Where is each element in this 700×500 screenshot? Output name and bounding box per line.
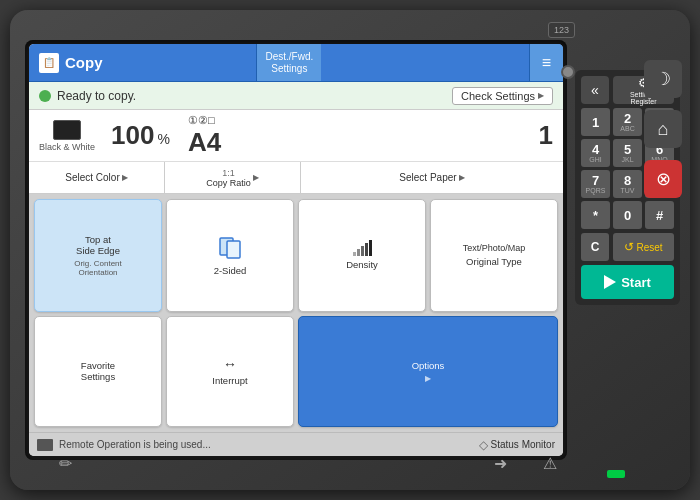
start-icon — [604, 275, 616, 289]
2sided-button[interactable]: 2-Sided — [166, 199, 294, 312]
copy-icon: 📋 — [39, 53, 59, 73]
status-text: Ready to copy. — [57, 89, 446, 103]
stop-button[interactable]: ⊗ — [644, 160, 682, 198]
menu-button[interactable]: ≡ — [529, 44, 563, 81]
key-0[interactable]: 0 — [613, 201, 642, 229]
header-bar: 📋 Copy Dest./Fwd. Settings ≡ — [29, 44, 563, 82]
key-4[interactable]: 4GHI — [581, 139, 610, 167]
device-side-buttons: ☽ ⌂ ⊗ — [644, 60, 682, 198]
action-row: C ↺ Reset — [581, 233, 674, 261]
home-button[interactable]: ⌂ — [644, 110, 682, 148]
function-grid: Top atSide Edge Orig. ContentOrientation… — [29, 194, 563, 432]
moon-button[interactable]: ☽ — [644, 60, 682, 98]
density-button[interactable]: Density — [298, 199, 426, 312]
forward-icon[interactable]: ➜ — [485, 448, 515, 478]
key-1[interactable]: 1 — [581, 108, 610, 136]
copy-ratio-button[interactable]: 1:1 Copy Ratio ▶ — [165, 162, 301, 193]
paper-size-display: A4 — [188, 127, 221, 158]
screen-container: 📋 Copy Dest./Fwd. Settings ≡ Ready to co… — [25, 40, 567, 460]
quick-settings-row: Select Color ▶ 1:1 Copy Ratio ▶ Select P… — [29, 162, 563, 194]
header-left: 📋 Copy — [29, 44, 256, 81]
display-row: Black & White 100 % ①②□ A4 1 — [29, 110, 563, 162]
favorite-settings-button[interactable]: FavoriteSettings — [34, 316, 162, 427]
copy-ratio-display: 100 — [111, 120, 154, 151]
bw-icon — [53, 120, 81, 140]
key-5[interactable]: 5JKL — [613, 139, 642, 167]
status-dot — [39, 90, 51, 102]
copy-title: Copy — [65, 54, 103, 71]
start-button[interactable]: Start — [581, 265, 674, 299]
orig-content-orientation-button[interactable]: Top atSide Edge Orig. ContentOrientation — [34, 199, 162, 312]
screen: 📋 Copy Dest./Fwd. Settings ≡ Ready to co… — [29, 44, 563, 456]
select-color-button[interactable]: Select Color ▶ — [29, 162, 165, 193]
key-8[interactable]: 8TUV — [613, 170, 642, 198]
interrupt-button[interactable]: ↔ Interrupt — [166, 316, 294, 427]
dest-fwd-button[interactable]: Dest./Fwd. Settings — [256, 44, 321, 81]
svg-rect-1 — [227, 241, 240, 258]
clear-button[interactable]: C — [581, 233, 609, 261]
reset-button[interactable]: ↺ Reset — [613, 233, 674, 261]
paper-icons: ①②□ — [188, 114, 215, 127]
edit-icon[interactable]: ✏ — [50, 448, 80, 478]
corner-area: ✏ ➜ ⚠ — [30, 448, 585, 478]
green-indicator — [607, 470, 625, 478]
device-body: 123 📋 Copy Dest./Fwd. Settings ≡ Read — [10, 10, 690, 490]
select-paper-button[interactable]: Select Paper ▶ — [301, 162, 563, 193]
num-indicator: 123 — [548, 22, 575, 38]
key-2[interactable]: 2ABC — [613, 108, 642, 136]
check-settings-button[interactable]: Check Settings — [452, 87, 553, 105]
key-star[interactable]: * — [581, 201, 610, 229]
copy-ratio-unit: % — [157, 131, 169, 147]
key-7[interactable]: 7PQRS — [581, 170, 610, 198]
alert-icon[interactable]: ⚠ — [535, 448, 565, 478]
key-hash[interactable]: # — [645, 201, 674, 229]
original-type-button[interactable]: Text/Photo/Map Original Type — [430, 199, 558, 312]
options-button[interactable]: Options ▶ — [298, 316, 558, 427]
nav-left-button[interactable]: « — [581, 76, 609, 104]
power-dot — [561, 65, 575, 79]
copies-display: 1 — [539, 120, 553, 151]
bw-label: Black & White — [39, 142, 95, 152]
status-bar: Ready to copy. Check Settings — [29, 82, 563, 110]
